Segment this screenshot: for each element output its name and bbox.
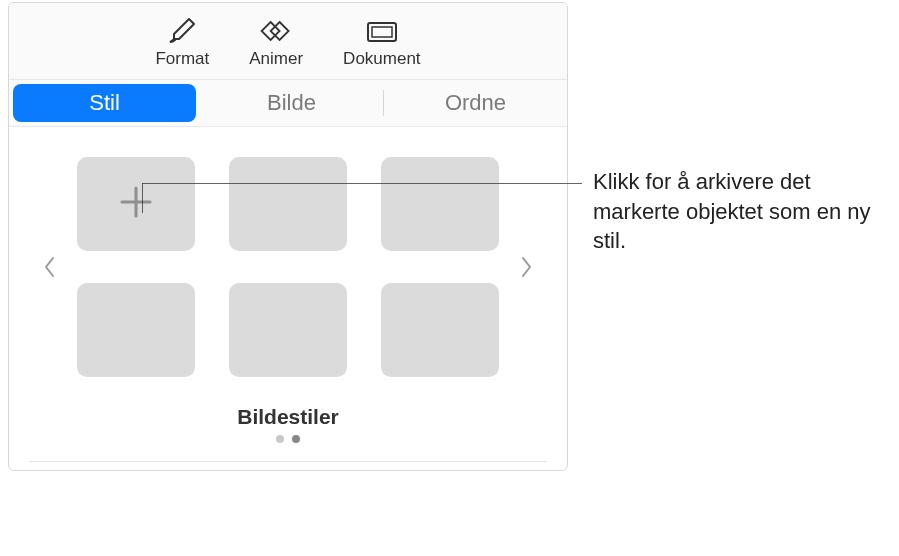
plus-icon — [116, 182, 156, 226]
styles-area — [9, 127, 567, 397]
style-tile[interactable] — [381, 283, 499, 377]
add-style-tile[interactable] — [77, 157, 195, 251]
tabs: Stil Bilde Ordne — [9, 79, 567, 127]
callout-text: Klikk for å arkivere det markerte objekt… — [593, 167, 888, 256]
document-label: Dokument — [343, 49, 420, 69]
styles-section-title: Bildestiler — [9, 397, 567, 435]
animate-label: Animer — [249, 49, 303, 69]
style-tile[interactable] — [77, 283, 195, 377]
divider — [29, 461, 547, 462]
svg-rect-1 — [372, 27, 392, 37]
chevron-left-icon — [42, 255, 56, 279]
format-label: Format — [155, 49, 209, 69]
page-dot[interactable] — [276, 435, 284, 443]
page-dots — [9, 435, 567, 461]
diamond-icon — [258, 17, 294, 45]
style-tile[interactable] — [229, 283, 347, 377]
style-tile[interactable] — [381, 157, 499, 251]
tab-arrange[interactable]: Ordne — [384, 80, 567, 126]
next-arrow[interactable] — [517, 247, 537, 287]
tab-image[interactable]: Bilde — [200, 80, 383, 126]
inspector-panel: Format Animer Dokument Stil Bilde — [8, 2, 568, 471]
toolbar: Format Animer Dokument — [9, 3, 567, 79]
chevron-right-icon — [520, 255, 534, 279]
format-tool[interactable]: Format — [155, 17, 209, 69]
brush-icon — [164, 17, 200, 45]
page-dot-active[interactable] — [292, 435, 300, 443]
style-tile[interactable] — [229, 157, 347, 251]
document-tool[interactable]: Dokument — [343, 17, 420, 69]
tab-style[interactable]: Stil — [13, 84, 196, 122]
animate-tool[interactable]: Animer — [249, 17, 303, 69]
styles-grid — [59, 157, 517, 377]
prev-arrow[interactable] — [39, 247, 59, 287]
document-icon — [364, 17, 400, 45]
